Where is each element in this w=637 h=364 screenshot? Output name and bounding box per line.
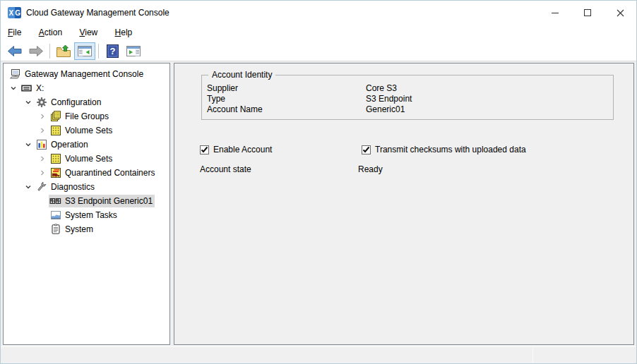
toolbar-separator [49, 44, 50, 59]
help-button[interactable]: ? [102, 42, 123, 60]
up-one-level-button[interactable] [53, 42, 74, 60]
action-pane-button[interactable] [123, 42, 144, 60]
app-window: XG Cloud Gateway Management Console File… [0, 0, 637, 364]
checkbox-row: Enable Account Transmit checksums with u… [200, 145, 624, 154]
chevron-down-icon[interactable] [25, 99, 32, 106]
document-icon [49, 224, 61, 235]
title-bar: XG Cloud Gateway Management Console [1, 1, 636, 25]
tree-item-s3-endpoint-generic01[interactable]: S3 Endpoint Generic01 [4, 194, 169, 208]
help-icon: ? [107, 44, 119, 58]
svg-text:?: ? [109, 46, 115, 56]
chevron-down-icon[interactable] [25, 141, 32, 148]
tree-item-gateway-management-console[interactable]: Gateway Management Console [4, 67, 169, 81]
close-icon [617, 9, 624, 17]
tree-item-volume-sets[interactable]: Volume Sets [4, 152, 169, 166]
toolbar-separator [98, 44, 99, 59]
tree-item-diagnostics[interactable]: Diagnostics [4, 180, 169, 194]
chevron-down-icon[interactable] [25, 183, 32, 190]
detail-panel: Account Identity Supplier Core S3 Type S… [174, 63, 634, 345]
tree-item-label: Configuration [51, 96, 101, 109]
transmit-checksums-checkbox-group: Transmit checksums with uploaded data [362, 145, 526, 154]
tree-item-label: Volume Sets [65, 152, 112, 165]
checkmark-icon [201, 146, 208, 154]
identity-row-type: Type S3 Endpoint [207, 94, 613, 104]
tree-item-label: File Groups [65, 110, 109, 123]
identity-row-supplier: Supplier Core S3 [207, 83, 613, 94]
tree-item-label: S3 Endpoint Generic01 [65, 195, 153, 207]
tree-item-label: X: [36, 82, 44, 95]
menu-bar: File Action View Help [1, 25, 636, 41]
transmit-checksums-checkbox[interactable] [362, 145, 371, 154]
status-bar [1, 346, 636, 363]
tree-item-operation[interactable]: Operation [4, 138, 169, 152]
account-state-row: Account state Ready [200, 164, 383, 174]
tree-item-label: Diagnostics [51, 181, 95, 193]
forward-button[interactable] [25, 42, 47, 60]
quarantine-icon [49, 167, 61, 178]
wrench-icon [35, 181, 47, 193]
menu-file[interactable]: File [8, 25, 21, 41]
checkmark-icon [362, 146, 370, 154]
tasks-icon [49, 210, 61, 221]
chart-icon [35, 139, 47, 150]
forward-arrow-icon [28, 45, 44, 57]
back-arrow-icon [7, 45, 23, 57]
console-tree-panel: Gateway Management ConsoleX:Configuratio… [3, 63, 170, 345]
minimize-icon [552, 13, 559, 13]
tree-item-label: System Tasks [65, 209, 117, 222]
tree-item-label: Operation [51, 138, 88, 151]
enable-account-checkbox[interactable] [200, 145, 209, 154]
tree-item-label: Gateway Management Console [25, 68, 143, 80]
gear-icon [35, 97, 47, 108]
maximize-button[interactable] [571, 1, 604, 25]
identity-row-account-name: Account Name Generic01 [207, 104, 613, 115]
toolbar: ? [1, 41, 636, 61]
filegroup-icon [49, 111, 61, 122]
menu-help[interactable]: Help [115, 25, 133, 41]
volumeset-icon [49, 153, 61, 164]
tree-item-label: System [65, 223, 93, 236]
tree-item-volume-sets[interactable]: Volume Sets [4, 123, 169, 138]
action-pane-icon [126, 45, 141, 57]
account-identity-groupbox: Account Identity Supplier Core S3 Type S… [201, 75, 614, 120]
minimize-button[interactable] [539, 1, 571, 25]
tree-item-label: Quarantined Containers [65, 166, 155, 179]
status-bar-divider [532, 348, 533, 363]
tree-item-label: Volume Sets [65, 124, 112, 137]
chevron-right-icon[interactable] [39, 113, 46, 120]
tree-item-file-groups[interactable]: File Groups [4, 109, 169, 123]
window-title: Cloud Gateway Management Console [26, 1, 169, 25]
folder-up-icon [56, 44, 71, 58]
tree-item-system[interactable]: System [4, 222, 169, 236]
app-icon: XG [8, 7, 21, 18]
tree-item-x[interactable]: X: [4, 81, 169, 95]
chevron-right-icon[interactable] [39, 155, 46, 162]
maximize-icon [584, 9, 591, 16]
tree-item-system-tasks[interactable]: System Tasks [4, 208, 169, 222]
console-tree-toggle-button[interactable] [74, 42, 95, 60]
chevron-right-icon[interactable] [39, 127, 46, 134]
content-area: Gateway Management ConsoleX:Configuratio… [1, 61, 637, 346]
computer-icon [9, 68, 21, 80]
chevron-right-icon[interactable] [39, 169, 46, 176]
groupbox-title: Account Identity [208, 70, 275, 80]
volumeset-icon [49, 125, 61, 136]
menu-view[interactable]: View [79, 25, 97, 41]
tree-item-configuration[interactable]: Configuration [4, 95, 169, 109]
endpoint-icon [49, 195, 61, 207]
enable-account-checkbox-group: Enable Account [200, 145, 272, 154]
account-state-value: Ready [358, 164, 383, 174]
chevron-down-icon[interactable] [10, 85, 17, 92]
back-button[interactable] [4, 42, 25, 60]
console-tree-icon [77, 45, 93, 57]
drive-icon [20, 83, 32, 94]
close-button[interactable] [604, 1, 636, 25]
menu-action[interactable]: Action [39, 25, 62, 41]
tree-item-quarantined-containers[interactable]: Quarantined Containers [4, 166, 169, 180]
